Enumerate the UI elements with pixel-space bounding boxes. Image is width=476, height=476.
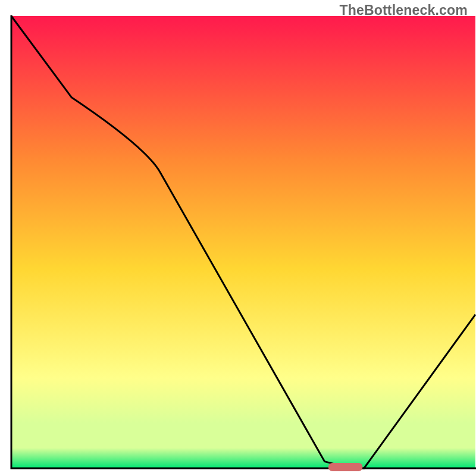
plot-background	[11, 16, 475, 468]
bottleneck-chart	[0, 0, 476, 476]
chart-container: TheBottleneck.com	[0, 0, 476, 476]
bottleneck-pill-marker	[328, 463, 363, 471]
